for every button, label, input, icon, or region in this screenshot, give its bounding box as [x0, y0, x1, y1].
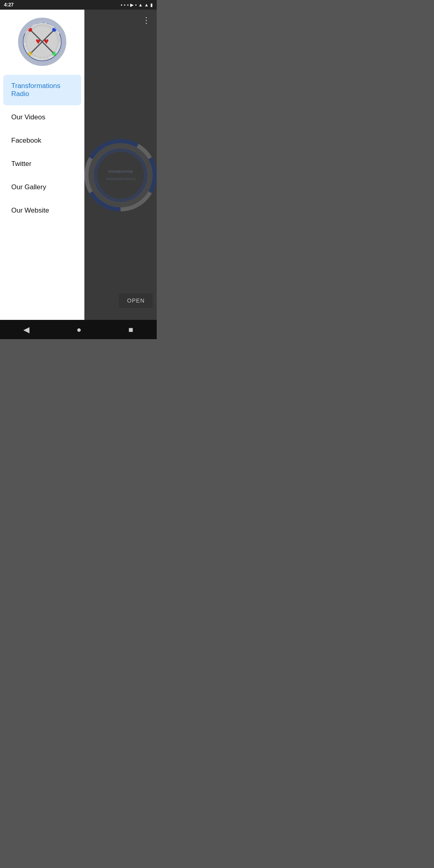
status-time: 4:27 — [4, 2, 14, 8]
overflow-menu-button[interactable]: ⋮ — [141, 14, 152, 27]
open-button-container: OPEN — [119, 293, 153, 308]
app-container: ♥ ♥ TRANSFORMATION 10B FOUNDATION — [0, 10, 157, 320]
nav-bar: ◀ ● ■ — [0, 320, 157, 339]
nav-item-twitter[interactable]: Twitter — [3, 153, 81, 175]
battery-icon: ▮ — [150, 2, 153, 8]
signal-icon: ▲ — [144, 2, 149, 7]
svg-point-15 — [97, 152, 144, 199]
background-logo: FOUNDATION TRANSFORM PEOPLE — [84, 139, 157, 211]
nav-item-facebook[interactable]: Facebook — [3, 129, 81, 152]
status-bar: 4:27 ▪ ▪ ▪ ▶ • ▲ ▲ ▮ — [0, 0, 157, 10]
drawer-logo-area: ♥ ♥ TRANSFORMATION 10B FOUNDATION — [0, 10, 84, 72]
nav-item-transformations-radio[interactable]: Transformations Radio — [3, 75, 81, 105]
notification-icon-2: ▪ — [124, 2, 126, 7]
notification-icon-3: ▪ — [127, 2, 129, 7]
main-panel: ⋮ FOUNDATION TRANSFORM PEOPLE OPEN — [84, 10, 157, 320]
drawer-nav: Transformations Radio Our Videos Faceboo… — [0, 72, 84, 320]
status-icons: ▪ ▪ ▪ ▶ • ▲ ▲ ▮ — [121, 2, 153, 8]
open-button[interactable]: OPEN — [119, 293, 153, 308]
back-button[interactable]: ◀ — [15, 321, 37, 338]
drawer: ♥ ♥ TRANSFORMATION 10B FOUNDATION — [0, 10, 84, 320]
dot-icon: • — [135, 2, 137, 7]
nav-item-our-gallery[interactable]: Our Gallery — [3, 176, 81, 199]
home-button[interactable]: ● — [68, 322, 89, 338]
nav-item-our-website[interactable]: Our Website — [3, 199, 81, 222]
app-logo: ♥ ♥ TRANSFORMATION 10B FOUNDATION — [18, 18, 66, 66]
svg-text:FOUNDATION: FOUNDATION — [108, 170, 133, 174]
notification-icon-1: ▪ — [121, 2, 123, 7]
play-icon: ▶ — [130, 2, 133, 8]
recent-apps-button[interactable]: ■ — [120, 322, 141, 338]
svg-text:TRANSFORM PEOPLE: TRANSFORM PEOPLE — [106, 178, 136, 180]
wifi-icon: ▲ — [138, 2, 143, 7]
main-toolbar: ⋮ — [84, 10, 157, 31]
main-content: FOUNDATION TRANSFORM PEOPLE — [84, 31, 157, 320]
nav-item-our-videos[interactable]: Our Videos — [3, 106, 81, 129]
background-logo-inner: FOUNDATION TRANSFORM PEOPLE — [88, 143, 153, 207]
